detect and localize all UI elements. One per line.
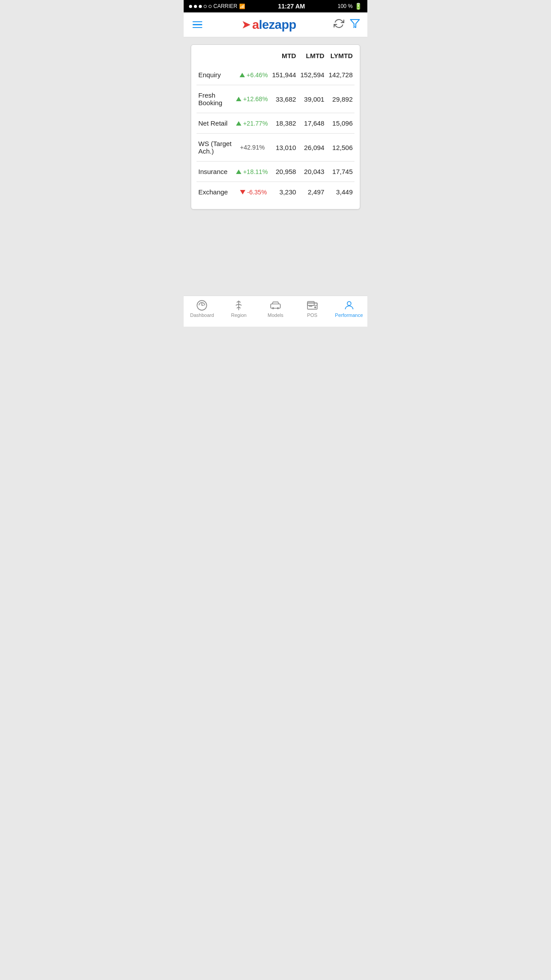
logo-a: a (252, 18, 259, 32)
app-logo: ➤ alezapp (241, 18, 296, 32)
row-change-5: -6.35% (240, 189, 268, 196)
row-mtd-3: 13,010 (268, 144, 296, 151)
status-bar: CARRIER 📶 11:27 AM 100 % 🔋 (184, 0, 367, 12)
row-change-4: +18.11% (236, 168, 268, 175)
filter-icon (350, 18, 360, 29)
svg-point-9 (314, 306, 316, 308)
row-lymtd-5: 3,449 (324, 188, 353, 196)
dashboard-icon (196, 300, 208, 311)
nav-label-pos: POS (307, 312, 317, 318)
nav-item-performance[interactable]: Performance (331, 300, 367, 320)
table-row: Insurance+18.11%20,95820,04317,745 (197, 162, 354, 182)
logo-arrow-icon: ➤ (241, 18, 251, 32)
table-row: Enquiry+6.46%151,944152,594142,728 (197, 65, 354, 85)
signal-dot-5 (209, 5, 212, 8)
nav-label-region: Region (231, 312, 247, 318)
svg-point-4 (272, 307, 274, 309)
row-mtd-0: 151,944 (268, 71, 296, 79)
triangle-up-icon (236, 170, 241, 174)
svg-rect-8 (307, 301, 314, 305)
region-icon (233, 300, 244, 311)
row-mtd-1: 33,682 (268, 95, 296, 103)
bottom-navigation: Dashboard Region Models POS (184, 296, 367, 327)
svg-point-11 (347, 301, 351, 305)
row-change-text-4: +18.11% (243, 168, 268, 175)
hamburger-line-2 (193, 24, 202, 25)
table-header-row: MTD LMTD LYMTD (197, 52, 354, 65)
row-change-3: +42.91% (240, 144, 268, 151)
nav-label-dashboard: Dashboard (190, 312, 214, 318)
models-icon (270, 300, 281, 311)
triangle-up-icon (240, 73, 245, 77)
table-row: WS (Target Ach.)+42.91%13,01026,09412,50… (197, 134, 354, 162)
triangle-down-icon (240, 190, 245, 194)
status-bar-left: CARRIER 📶 (189, 3, 245, 9)
hamburger-line-3 (193, 27, 202, 28)
col-lmtd: LMTD (296, 52, 324, 59)
row-lymtd-4: 17,745 (324, 168, 353, 175)
row-values-1: 33,68239,00129,892 (268, 95, 353, 103)
table-rows: Enquiry+6.46%151,944152,594142,728Fresh … (197, 65, 354, 202)
col-mtd: MTD (268, 52, 296, 59)
row-change-text-2: +21.77% (243, 120, 268, 127)
battery-percent: 100 % (338, 3, 353, 9)
triangle-up-icon (236, 97, 241, 101)
svg-point-5 (277, 307, 279, 309)
signal-dot-2 (194, 5, 197, 8)
row-values-4: 20,95820,04317,745 (268, 168, 353, 175)
row-lmtd-0: 152,594 (296, 71, 324, 79)
nav-item-pos[interactable]: POS (294, 300, 331, 320)
row-mtd-4: 20,958 (268, 168, 296, 175)
svg-marker-0 (350, 20, 359, 28)
row-change-text-5: -6.35% (247, 189, 267, 196)
signal-dot-4 (204, 5, 207, 8)
row-change-text-0: +6.46% (247, 71, 268, 79)
row-values-3: 13,01026,09412,506 (268, 144, 353, 151)
signal-dot-1 (189, 5, 192, 8)
table-row: Fresh Booking+12.68%33,68239,00129,892 (197, 85, 354, 113)
row-mtd-2: 18,382 (268, 119, 296, 127)
nav-label-performance: Performance (335, 312, 363, 318)
battery-icon: 🔋 (354, 3, 362, 10)
app-header: ➤ alezapp (184, 12, 367, 37)
hamburger-button[interactable] (191, 20, 204, 30)
table-row: Net Retail+21.77%18,38217,64815,096 (197, 113, 354, 134)
row-name-4: Insurance (198, 168, 236, 175)
row-mtd-5: 3,230 (268, 188, 296, 196)
logo-text: alezapp (252, 18, 296, 32)
nav-label-models: Models (268, 312, 283, 318)
row-lmtd-1: 39,001 (296, 95, 324, 103)
nav-item-models[interactable]: Models (257, 300, 294, 320)
triangle-up-icon (236, 121, 241, 126)
filter-button[interactable] (350, 18, 360, 31)
row-name-2: Net Retail (198, 119, 236, 127)
row-lmtd-2: 17,648 (296, 119, 324, 127)
status-bar-time: 11:27 AM (278, 3, 305, 10)
row-values-0: 151,944152,594142,728 (268, 71, 353, 79)
row-lymtd-0: 142,728 (324, 71, 353, 79)
row-lymtd-1: 29,892 (324, 95, 353, 103)
hamburger-line-1 (193, 21, 202, 23)
refresh-button[interactable] (334, 18, 344, 31)
main-content: MTD LMTD LYMTD Enquiry+6.46%151,944152,5… (184, 37, 367, 296)
header-action-icons (334, 18, 360, 31)
row-lmtd-3: 26,094 (296, 144, 324, 151)
col-lymtd: LYMTD (324, 52, 353, 59)
performance-table-card: MTD LMTD LYMTD Enquiry+6.46%151,944152,5… (191, 44, 360, 209)
row-name-0: Enquiry (198, 71, 240, 79)
row-lymtd-2: 15,096 (324, 119, 353, 127)
signal-dot-3 (199, 5, 202, 8)
nav-item-region[interactable]: Region (220, 300, 257, 320)
nav-item-dashboard[interactable]: Dashboard (184, 300, 220, 320)
row-name-5: Exchange (198, 188, 240, 196)
table-row: Exchange-6.35%3,2302,4973,449 (197, 182, 354, 202)
row-lmtd-4: 20,043 (296, 168, 324, 175)
row-change-1: +12.68% (236, 95, 268, 103)
wifi-icon: 📶 (239, 4, 245, 9)
pos-icon (307, 300, 318, 311)
refresh-icon (334, 18, 344, 29)
row-name-3: WS (Target Ach.) (198, 140, 240, 155)
row-change-2: +21.77% (236, 120, 268, 127)
svg-rect-3 (271, 304, 280, 308)
row-values-2: 18,38217,64815,096 (268, 119, 353, 127)
